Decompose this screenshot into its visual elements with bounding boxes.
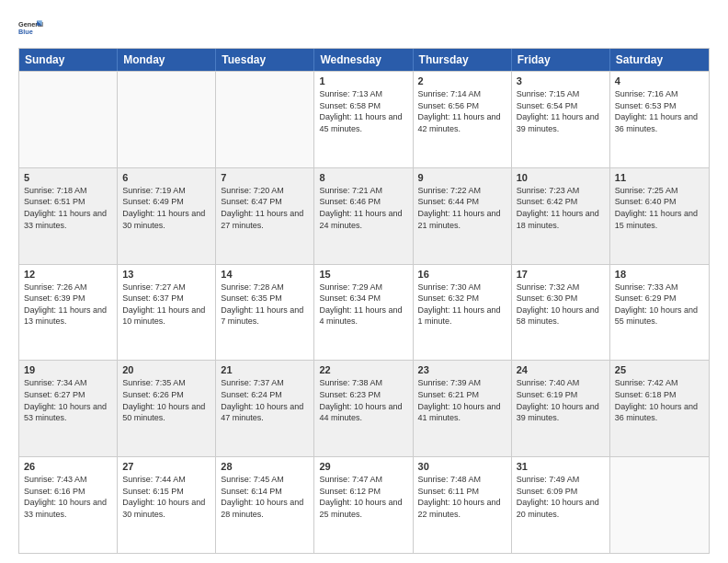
cal-cell: 19Sunrise: 7:34 AM Sunset: 6:27 PM Dayli… bbox=[19, 361, 118, 456]
week-row-2: 5Sunrise: 7:18 AM Sunset: 6:51 PM Daylig… bbox=[19, 167, 709, 264]
calendar: SundayMondayTuesdayWednesdayThursdayFrid… bbox=[18, 48, 710, 554]
svg-text:Blue: Blue bbox=[18, 28, 33, 36]
cal-cell: 25Sunrise: 7:42 AM Sunset: 6:18 PM Dayli… bbox=[610, 361, 709, 456]
day-number: 16 bbox=[418, 269, 506, 280]
cal-cell: 22Sunrise: 7:38 AM Sunset: 6:23 PM Dayli… bbox=[314, 361, 413, 456]
day-number: 7 bbox=[221, 172, 309, 183]
cell-info: Sunrise: 7:38 AM Sunset: 6:23 PM Dayligh… bbox=[319, 377, 407, 423]
cal-cell: 31Sunrise: 7:49 AM Sunset: 6:09 PM Dayli… bbox=[512, 457, 610, 553]
cell-info: Sunrise: 7:19 AM Sunset: 6:49 PM Dayligh… bbox=[122, 185, 210, 231]
cell-info: Sunrise: 7:28 AM Sunset: 6:35 PM Dayligh… bbox=[221, 282, 309, 327]
day-number: 15 bbox=[319, 269, 407, 280]
calendar-header-friday: Friday bbox=[512, 49, 610, 71]
week-row-3: 12Sunrise: 7:26 AM Sunset: 6:39 PM Dayli… bbox=[19, 264, 709, 361]
cell-info: Sunrise: 7:43 AM Sunset: 6:16 PM Dayligh… bbox=[24, 474, 112, 520]
cell-info: Sunrise: 7:20 AM Sunset: 6:47 PM Dayligh… bbox=[221, 185, 309, 231]
cal-cell bbox=[19, 72, 118, 167]
cal-cell: 17Sunrise: 7:32 AM Sunset: 6:30 PM Dayli… bbox=[512, 265, 610, 361]
cal-cell: 21Sunrise: 7:37 AM Sunset: 6:24 PM Dayli… bbox=[216, 361, 314, 456]
cal-cell: 27Sunrise: 7:44 AM Sunset: 6:15 PM Dayli… bbox=[118, 457, 216, 553]
cal-cell: 16Sunrise: 7:30 AM Sunset: 6:32 PM Dayli… bbox=[414, 265, 512, 361]
week-row-4: 19Sunrise: 7:34 AM Sunset: 6:27 PM Dayli… bbox=[19, 360, 709, 456]
day-number: 8 bbox=[319, 172, 407, 183]
cal-cell: 11Sunrise: 7:25 AM Sunset: 6:40 PM Dayli… bbox=[610, 168, 709, 264]
day-number: 4 bbox=[615, 75, 704, 86]
cal-cell: 26Sunrise: 7:43 AM Sunset: 6:16 PM Dayli… bbox=[19, 457, 118, 553]
calendar-header-wednesday: Wednesday bbox=[314, 49, 413, 71]
cal-cell: 9Sunrise: 7:22 AM Sunset: 6:44 PM Daylig… bbox=[414, 168, 512, 264]
day-number: 17 bbox=[517, 269, 605, 280]
cal-cell: 4Sunrise: 7:16 AM Sunset: 6:53 PM Daylig… bbox=[610, 72, 709, 167]
day-number: 29 bbox=[319, 461, 407, 472]
cell-info: Sunrise: 7:33 AM Sunset: 6:29 PM Dayligh… bbox=[615, 282, 704, 327]
day-number: 22 bbox=[319, 364, 407, 375]
cal-cell: 2Sunrise: 7:14 AM Sunset: 6:56 PM Daylig… bbox=[414, 72, 512, 167]
header: GeneralBlue bbox=[18, 15, 710, 40]
cell-info: Sunrise: 7:48 AM Sunset: 6:11 PM Dayligh… bbox=[418, 474, 506, 520]
cell-info: Sunrise: 7:47 AM Sunset: 6:12 PM Dayligh… bbox=[319, 474, 407, 520]
cell-info: Sunrise: 7:35 AM Sunset: 6:26 PM Dayligh… bbox=[122, 377, 210, 423]
cell-info: Sunrise: 7:15 AM Sunset: 6:54 PM Dayligh… bbox=[517, 88, 605, 134]
cal-cell: 18Sunrise: 7:33 AM Sunset: 6:29 PM Dayli… bbox=[610, 265, 709, 361]
day-number: 3 bbox=[517, 75, 605, 86]
day-number: 2 bbox=[418, 75, 506, 86]
cal-cell: 28Sunrise: 7:45 AM Sunset: 6:14 PM Dayli… bbox=[216, 457, 314, 553]
day-number: 30 bbox=[418, 461, 506, 472]
cal-cell: 6Sunrise: 7:19 AM Sunset: 6:49 PM Daylig… bbox=[118, 168, 216, 264]
cell-info: Sunrise: 7:21 AM Sunset: 6:46 PM Dayligh… bbox=[319, 185, 407, 231]
cal-cell: 30Sunrise: 7:48 AM Sunset: 6:11 PM Dayli… bbox=[414, 457, 512, 553]
cal-cell: 29Sunrise: 7:47 AM Sunset: 6:12 PM Dayli… bbox=[314, 457, 413, 553]
calendar-body: 1Sunrise: 7:13 AM Sunset: 6:58 PM Daylig… bbox=[19, 71, 709, 553]
calendar-header-row: SundayMondayTuesdayWednesdayThursdayFrid… bbox=[19, 49, 709, 71]
day-number: 28 bbox=[221, 461, 309, 472]
cell-info: Sunrise: 7:13 AM Sunset: 6:58 PM Dayligh… bbox=[319, 88, 407, 134]
cell-info: Sunrise: 7:32 AM Sunset: 6:30 PM Dayligh… bbox=[517, 282, 605, 327]
cal-cell bbox=[610, 457, 709, 553]
cell-info: Sunrise: 7:30 AM Sunset: 6:32 PM Dayligh… bbox=[418, 282, 506, 327]
calendar-header-saturday: Saturday bbox=[610, 49, 709, 71]
day-number: 5 bbox=[24, 172, 112, 183]
cal-cell bbox=[118, 72, 216, 167]
day-number: 20 bbox=[122, 364, 210, 375]
cell-info: Sunrise: 7:42 AM Sunset: 6:18 PM Dayligh… bbox=[615, 377, 704, 423]
calendar-header-tuesday: Tuesday bbox=[216, 49, 314, 71]
day-number: 27 bbox=[122, 461, 210, 472]
calendar-header-thursday: Thursday bbox=[414, 49, 512, 71]
cell-info: Sunrise: 7:18 AM Sunset: 6:51 PM Dayligh… bbox=[24, 185, 112, 231]
cell-info: Sunrise: 7:25 AM Sunset: 6:40 PM Dayligh… bbox=[615, 185, 704, 231]
cell-info: Sunrise: 7:23 AM Sunset: 6:42 PM Dayligh… bbox=[517, 185, 605, 231]
cell-info: Sunrise: 7:49 AM Sunset: 6:09 PM Dayligh… bbox=[517, 474, 605, 520]
cal-cell: 14Sunrise: 7:28 AM Sunset: 6:35 PM Dayli… bbox=[216, 265, 314, 361]
calendar-header-sunday: Sunday bbox=[19, 49, 118, 71]
day-number: 19 bbox=[24, 364, 112, 375]
cell-info: Sunrise: 7:27 AM Sunset: 6:37 PM Dayligh… bbox=[122, 282, 210, 327]
cell-info: Sunrise: 7:40 AM Sunset: 6:19 PM Dayligh… bbox=[517, 377, 605, 423]
cal-cell: 13Sunrise: 7:27 AM Sunset: 6:37 PM Dayli… bbox=[118, 265, 216, 361]
day-number: 31 bbox=[517, 461, 605, 472]
day-number: 21 bbox=[221, 364, 309, 375]
cell-info: Sunrise: 7:39 AM Sunset: 6:21 PM Dayligh… bbox=[418, 377, 506, 423]
cal-cell: 7Sunrise: 7:20 AM Sunset: 6:47 PM Daylig… bbox=[216, 168, 314, 264]
day-number: 18 bbox=[615, 269, 704, 280]
cell-info: Sunrise: 7:37 AM Sunset: 6:24 PM Dayligh… bbox=[221, 377, 309, 423]
cal-cell: 1Sunrise: 7:13 AM Sunset: 6:58 PM Daylig… bbox=[314, 72, 413, 167]
cal-cell: 8Sunrise: 7:21 AM Sunset: 6:46 PM Daylig… bbox=[314, 168, 413, 264]
day-number: 12 bbox=[24, 269, 112, 280]
day-number: 10 bbox=[517, 172, 605, 183]
cell-info: Sunrise: 7:45 AM Sunset: 6:14 PM Dayligh… bbox=[221, 474, 309, 520]
day-number: 13 bbox=[122, 269, 210, 280]
cal-cell: 3Sunrise: 7:15 AM Sunset: 6:54 PM Daylig… bbox=[512, 72, 610, 167]
day-number: 25 bbox=[615, 364, 704, 375]
cell-info: Sunrise: 7:14 AM Sunset: 6:56 PM Dayligh… bbox=[418, 88, 506, 134]
cal-cell: 23Sunrise: 7:39 AM Sunset: 6:21 PM Dayli… bbox=[414, 361, 512, 456]
cal-cell: 15Sunrise: 7:29 AM Sunset: 6:34 PM Dayli… bbox=[314, 265, 413, 361]
calendar-header-monday: Monday bbox=[118, 49, 216, 71]
cal-cell bbox=[216, 72, 314, 167]
cell-info: Sunrise: 7:26 AM Sunset: 6:39 PM Dayligh… bbox=[24, 282, 112, 327]
page: GeneralBlue SundayMondayTuesdayWednesday… bbox=[0, 0, 728, 563]
day-number: 6 bbox=[122, 172, 210, 183]
logo-icon: GeneralBlue bbox=[18, 15, 44, 40]
day-number: 1 bbox=[319, 75, 407, 86]
cal-cell: 10Sunrise: 7:23 AM Sunset: 6:42 PM Dayli… bbox=[512, 168, 610, 264]
week-row-1: 1Sunrise: 7:13 AM Sunset: 6:58 PM Daylig… bbox=[19, 71, 709, 167]
